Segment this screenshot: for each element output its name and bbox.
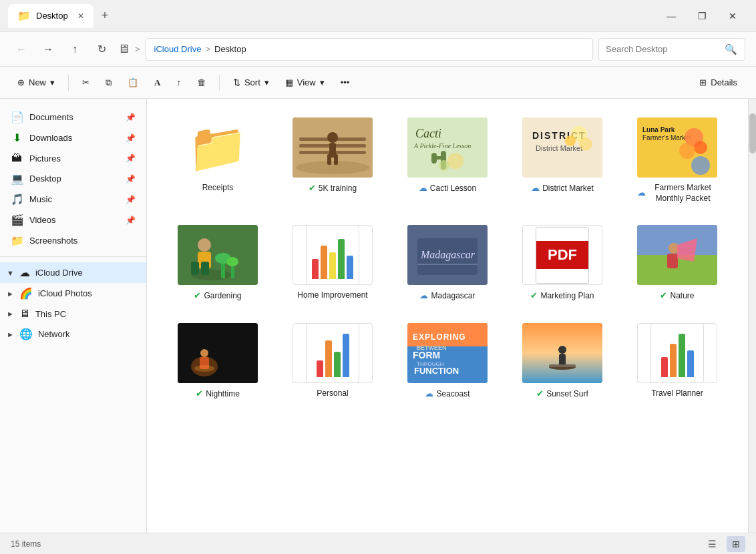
- tab-close-button[interactable]: ✕: [77, 11, 84, 21]
- nighttime-thumb-art: [178, 323, 258, 383]
- maximize-button[interactable]: ❐: [687, 5, 717, 27]
- madagascar-thumb-art: Madagascar: [407, 225, 488, 285]
- district-thumb-art: DISTRICT District Market: [522, 117, 602, 178]
- file-thumb-gardening: [178, 225, 258, 285]
- svg-point-62: [558, 346, 566, 354]
- farmers-thumb-art: Luna Park Farmer's Market: [637, 117, 717, 178]
- svg-rect-43: [417, 264, 478, 265]
- spreadsheet-icon-travel: [650, 323, 704, 383]
- breadcrumb-sep0: >: [135, 44, 140, 54]
- file-item-gardening[interactable]: ✔ Gardening: [163, 220, 272, 307]
- file-item-home-improvement[interactable]: Home Improvement: [278, 220, 387, 307]
- sidebar-item-documents[interactable]: 📄 Documents 📌: [0, 107, 146, 127]
- file-item-travel-planner[interactable]: Travel Planner: [622, 318, 732, 405]
- file-item-district-market[interactable]: DISTRICT District Market ☁ District Mark…: [508, 112, 617, 209]
- scrollbar-thumb[interactable]: [749, 113, 756, 154]
- file-label-madagascar: ☁ Madagascar: [419, 290, 475, 302]
- toolbar-separator-1: [68, 75, 69, 91]
- sidebar-group-icloud-drive[interactable]: ▼ ☁ iCloud Drive: [0, 262, 146, 283]
- search-box[interactable]: 🔍: [598, 38, 745, 61]
- file-item-5k-training[interactable]: ✔ 5K training: [278, 112, 387, 209]
- delete-button[interactable]: 🗑: [190, 73, 212, 91]
- more-icon: •••: [341, 77, 350, 87]
- sync-check-icon-sunset: ✔: [536, 388, 544, 400]
- breadcrumb[interactable]: iCloud Drive > Desktop: [146, 38, 593, 61]
- view-button[interactable]: ▦ View ▾: [278, 73, 331, 91]
- sidebar-label-this-pc: This PC: [35, 309, 66, 319]
- sidebar-item-pictures[interactable]: 🏔 Pictures 📌: [0, 148, 146, 168]
- sidebar-group-icloud-photos[interactable]: ► 🌈 iCloud Photos: [0, 283, 146, 304]
- file-item-personal[interactable]: Personal: [278, 318, 387, 405]
- share-button[interactable]: ↑: [170, 73, 188, 91]
- file-item-nighttime[interactable]: ✔ Nighttime: [163, 318, 272, 405]
- new-button[interactable]: ⊕ New ▾: [11, 73, 61, 91]
- item-count: 15 items: [11, 539, 41, 549]
- search-input[interactable]: [606, 44, 719, 54]
- sort-button[interactable]: ⇅ Sort ▾: [226, 73, 276, 91]
- details-button[interactable]: ⊞ Details: [691, 73, 745, 91]
- back-button[interactable]: ←: [11, 39, 32, 60]
- screenshots-icon: 📁: [11, 234, 23, 247]
- music-pin-icon: 📌: [126, 195, 136, 204]
- cut-button[interactable]: ✂: [75, 73, 96, 91]
- new-label: New: [29, 77, 46, 87]
- sync-check-icon-gardening: ✔: [194, 290, 201, 302]
- svg-point-16: [439, 160, 449, 171]
- file-label-seacoast: ☁ Seacoast: [425, 388, 469, 400]
- rename-button[interactable]: A: [148, 73, 167, 92]
- network-expand-icon: ►: [7, 330, 14, 338]
- file-item-receipts[interactable]: 📁 Receipts: [163, 112, 272, 209]
- file-item-farmers-market[interactable]: Luna Park Farmer's Market ☁ Farmers Mark…: [622, 112, 732, 209]
- svg-rect-35: [201, 262, 209, 275]
- sort-icon: ⇅: [233, 77, 240, 87]
- file-item-marketing-plan[interactable]: PDF ✔ Marketing Plan: [508, 220, 617, 307]
- svg-rect-49: [178, 323, 258, 383]
- details-icon: ⊞: [699, 77, 707, 87]
- svg-point-22: [579, 137, 592, 151]
- sidebar-group-this-pc[interactable]: ► 🖥 This PC: [0, 304, 146, 324]
- sidebar-item-downloads[interactable]: ⬇ Downloads 📌: [0, 127, 146, 148]
- minimize-button[interactable]: —: [656, 5, 687, 27]
- grid-view-button[interactable]: ⊞: [727, 536, 745, 552]
- file-thumb-nighttime: [178, 323, 258, 383]
- sync-check-icon-marketing: ✔: [530, 290, 538, 302]
- sidebar-item-videos[interactable]: 🎬 Videos 📌: [0, 210, 146, 230]
- sidebar-item-music[interactable]: 🎵 Music 📌: [0, 189, 146, 210]
- statusbar: 15 items ☰ ⊞: [0, 533, 756, 554]
- file-item-cacti[interactable]: Cacti A Pickle-Fine Lesson ☁ Cacti Lesso…: [393, 112, 502, 209]
- file-item-seacoast[interactable]: EXPLORING BETWEEN FORM THROUGH FUNCTION …: [393, 318, 502, 405]
- search-button[interactable]: 🔍: [725, 43, 737, 55]
- new-tab-button[interactable]: +: [96, 6, 114, 25]
- share-icon: ↑: [176, 77, 181, 87]
- active-tab[interactable]: 📁 Desktop ✕: [8, 4, 93, 28]
- file-thumb-5k: [293, 117, 373, 178]
- sidebar-item-screenshots[interactable]: 📁 Screenshots: [0, 230, 146, 251]
- folder-icon: 📁: [184, 121, 251, 174]
- refresh-button[interactable]: ↻: [91, 39, 112, 60]
- spreadsheet-icon-personal: [306, 323, 359, 383]
- up-button[interactable]: ↑: [64, 39, 85, 60]
- sync-cloud-icon-seacoast: ☁: [425, 388, 433, 400]
- sidebar-label-network: Network: [38, 329, 70, 339]
- scrollbar[interactable]: [748, 99, 756, 533]
- forward-button[interactable]: →: [37, 39, 59, 60]
- file-item-sunset-surf[interactable]: ✔ Sunset Surf: [508, 318, 617, 405]
- file-item-nature[interactable]: ✔ Nature: [622, 220, 732, 307]
- more-button[interactable]: •••: [334, 73, 357, 91]
- cacti-thumb-art: Cacti A Pickle-Fine Lesson: [407, 117, 488, 178]
- copy-button[interactable]: ⧉: [99, 73, 118, 92]
- file-item-madagascar[interactable]: Madagascar ☁ Madagascar: [393, 220, 502, 307]
- sidebar-label-desktop: Desktop: [29, 174, 61, 184]
- sidebar-group-network[interactable]: ► 🌐 Network: [0, 324, 146, 344]
- breadcrumb-icloud[interactable]: iCloud Drive: [154, 44, 202, 54]
- list-view-button[interactable]: ☰: [703, 536, 721, 552]
- sidebar-item-desktop[interactable]: 💻 Desktop 📌: [0, 168, 146, 189]
- desktop-icon: 💻: [11, 172, 23, 185]
- pictures-icon: 🏔: [11, 152, 23, 164]
- close-button[interactable]: ✕: [717, 5, 748, 27]
- paste-button[interactable]: 📋: [121, 73, 145, 91]
- icloud-photos-icon: 🌈: [19, 287, 33, 300]
- icloud-expand-icon: ▼: [7, 269, 14, 277]
- icloud-drive-icon: ☁: [19, 266, 30, 279]
- svg-point-53: [194, 365, 214, 372]
